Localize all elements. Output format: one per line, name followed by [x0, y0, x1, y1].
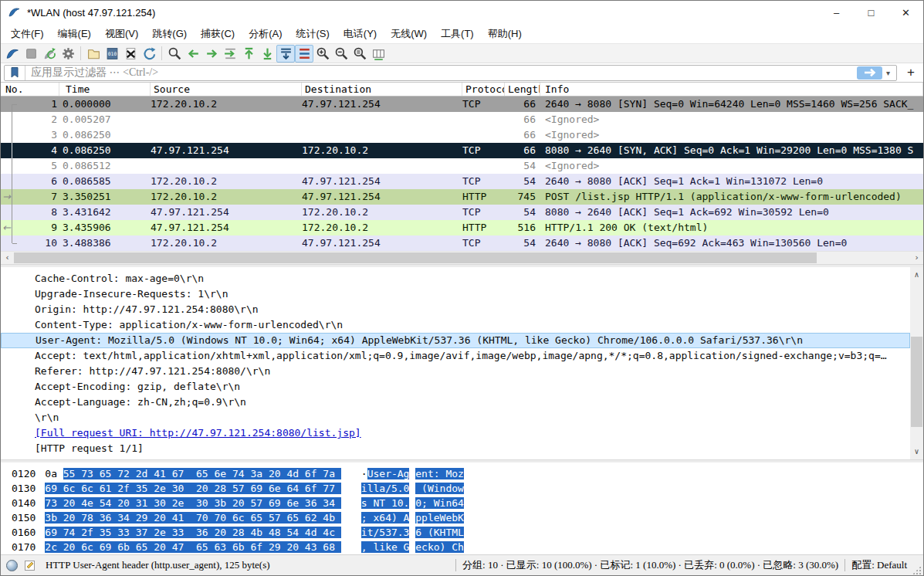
scroll-left-arrow-icon[interactable]: ‹ [1, 252, 14, 264]
column-header-no[interactable]: No. [1, 83, 59, 96]
column-header-time[interactable]: Time [59, 83, 151, 96]
zoom-in-button[interactable] [313, 45, 332, 63]
hex-row[interactable]: 01200a 55 73 65 72 2d 41 67 65 6e 74 3a … [12, 466, 923, 481]
zoom-in-icon [316, 46, 330, 61]
cell-len: 54 [505, 235, 540, 251]
cell-info: <Ignored> [540, 158, 923, 174]
go-to-packet-button[interactable] [221, 45, 239, 63]
packet-row-3[interactable]: 30.08625066<Ignored> [1, 127, 923, 143]
filter-dropdown-caret[interactable]: ▾ [882, 69, 894, 77]
go-first-packet-button[interactable] [239, 45, 258, 63]
packet-row-2[interactable]: 20.00520766<Ignored> [1, 112, 923, 127]
detail-line[interactable]: Content-Type: application/x-www-form-url… [1, 317, 923, 333]
maximize-button[interactable]: □ [854, 1, 888, 24]
menu-item-edit[interactable]: 编辑(E) [51, 25, 98, 43]
shark-fin-icon [5, 46, 20, 61]
go-last-packet-button[interactable] [258, 45, 276, 63]
menu-item-telephony[interactable]: 电话(Y) [337, 25, 384, 43]
hex-row[interactable]: 01503b 20 78 36 34 29 20 41 70 70 6c 65 … [12, 510, 923, 525]
hscroll-thumb[interactable] [14, 252, 817, 263]
save-file-button[interactable]: 010 [103, 45, 121, 63]
hex-row[interactable]: 013069 6c 6c 61 2f 35 2e 30 20 28 57 69 … [12, 481, 923, 496]
capture-comment-icon[interactable] [24, 560, 36, 571]
cell-time: 3.435906 [59, 220, 151, 235]
detail-line[interactable]: Upgrade-Insecure-Requests: 1\r\n [1, 286, 923, 302]
minimize-button[interactable]: – [819, 1, 854, 24]
column-header-info[interactable]: Info [540, 83, 923, 96]
details-vscrollbar[interactable]: ∧ ∨ [910, 267, 923, 459]
hex-row[interactable]: 01702c 20 6c 69 6b 65 20 47 65 63 6b 6f … [12, 540, 923, 554]
filter-add-button[interactable]: + [902, 65, 919, 80]
find-packet-button[interactable] [165, 45, 184, 63]
expert-info-icon[interactable] [6, 560, 18, 571]
filter-apply-button[interactable] [857, 66, 882, 80]
menu-item-wireless[interactable]: 无线(W) [384, 25, 434, 43]
vscroll-thumb[interactable] [911, 337, 922, 427]
packet-row-1[interactable]: 10.000000172.20.10.247.97.121.254TCP6626… [1, 97, 923, 112]
status-field-info: HTTP User-Agent header (http.user_agent)… [46, 559, 449, 571]
scroll-right-arrow-icon[interactable]: › [910, 252, 923, 264]
column-header-dst[interactable]: Destination [302, 83, 462, 96]
resize-grip[interactable] [912, 565, 922, 575]
cell-info: <Ignored> [540, 127, 923, 143]
menu-item-tools[interactable]: 工具(T) [434, 25, 481, 43]
packet-row-6[interactable]: 60.086585172.20.10.247.97.121.254TCP5426… [1, 174, 923, 189]
detail-line[interactable]: Accept-Language: zh-CN,zh;q=0.9\r\n [1, 395, 923, 410]
menu-item-capture[interactable]: 捕获(C) [194, 25, 242, 43]
column-header-len[interactable]: Length [505, 83, 540, 96]
detail-line[interactable]: Accept: text/html,application/xhtml+xml,… [1, 348, 923, 364]
reload-file-button[interactable] [140, 45, 158, 63]
detail-line[interactable]: Accept-Encoding: gzip, deflate\r\n [1, 379, 923, 395]
cell-src: 172.20.10.2 [151, 97, 302, 112]
detail-line[interactable]: Referer: http://47.97.121.254:8080/\r\n [1, 364, 923, 379]
zoom-original-button[interactable] [350, 45, 369, 63]
zoom-out-button[interactable] [332, 45, 350, 63]
packet-row-10[interactable]: 103.488386172.20.10.247.97.121.254TCP542… [1, 235, 923, 251]
scroll-down-arrow-icon[interactable]: ∨ [910, 446, 923, 458]
restart-capture-button[interactable] [40, 45, 59, 63]
scroll-up-arrow-icon[interactable]: ∧ [910, 269, 923, 281]
open-file-button[interactable] [84, 45, 103, 63]
hex-row[interactable]: 016069 74 2f 35 33 37 2e 33 36 20 28 4b … [12, 525, 923, 540]
menu-item-go[interactable]: 跳转(G) [145, 25, 194, 43]
close-button[interactable]: ✕ [888, 1, 923, 24]
detail-line[interactable]: Origin: http://47.97.121.254:8080\r\n [1, 302, 923, 317]
filter-bookmark-button[interactable] [5, 66, 25, 80]
menu-item-file[interactable]: 文件(F) [4, 25, 51, 43]
start-capture-button[interactable] [3, 45, 22, 63]
packet-row-7[interactable]: →73.350251172.20.10.247.97.121.254HTTP74… [1, 189, 923, 205]
response-arrow-icon: ← [2, 220, 11, 235]
go-forward-button[interactable] [202, 45, 221, 63]
auto-scroll-toggle[interactable] [276, 45, 295, 63]
packet-row-8[interactable]: 83.43164247.97.121.254172.20.10.2TCP5480… [1, 205, 923, 220]
detail-line-selected[interactable]: User-Agent: Mozilla/5.0 (Windows NT 10.0… [1, 333, 910, 348]
stop-capture-button[interactable] [22, 45, 40, 63]
binary-file-icon: 010 [105, 46, 120, 61]
colorize-toggle[interactable] [295, 45, 313, 63]
capture-options-button[interactable] [59, 45, 77, 63]
packet-list-hscrollbar[interactable]: ‹ › [1, 251, 923, 264]
menu-item-help[interactable]: 帮助(H) [481, 25, 529, 43]
conversation-line [12, 104, 12, 112]
packet-row-4[interactable]: 40.08625047.97.121.254172.20.10.2TCP6680… [1, 143, 923, 158]
toolbar-separator [80, 46, 81, 60]
hex-bytes: 0a 55 73 65 72 2d 41 67 65 6e 74 3a 20 4… [45, 468, 341, 479]
hex-ascii: , like G ecko) Ch [361, 541, 464, 553]
column-header-src[interactable]: Source [151, 83, 302, 96]
menu-item-view[interactable]: 视图(V) [98, 25, 145, 43]
detail-line[interactable]: [HTTP request 1/1] [1, 441, 923, 456]
detail-line[interactable]: \r\n [1, 410, 923, 425]
menu-item-analyze[interactable]: 分析(A) [242, 25, 289, 43]
menu-item-statistics[interactable]: 统计(S) [289, 25, 336, 43]
status-profile[interactable]: 配置: Default [851, 558, 907, 572]
display-filter-input[interactable]: 应用显示过滤器 ⋯ <Ctrl-/> ▾ [4, 65, 897, 81]
detail-link-line[interactable]: [Full request URI: http://47.97.121.254:… [1, 425, 923, 441]
close-file-button[interactable] [121, 45, 140, 63]
packet-row-5[interactable]: 50.08651254<Ignored> [1, 158, 923, 174]
resize-columns-button[interactable] [369, 45, 388, 63]
hex-row[interactable]: 014073 20 4e 54 20 31 30 2e 30 3b 20 57 … [12, 496, 923, 510]
go-back-button[interactable] [184, 45, 202, 63]
column-header-proto[interactable]: Protocol [462, 83, 505, 96]
packet-row-9[interactable]: ←93.43590647.97.121.254172.20.10.2HTTP51… [1, 220, 923, 235]
detail-line[interactable]: Cache-Control: max-age=0\r\n [1, 271, 923, 286]
